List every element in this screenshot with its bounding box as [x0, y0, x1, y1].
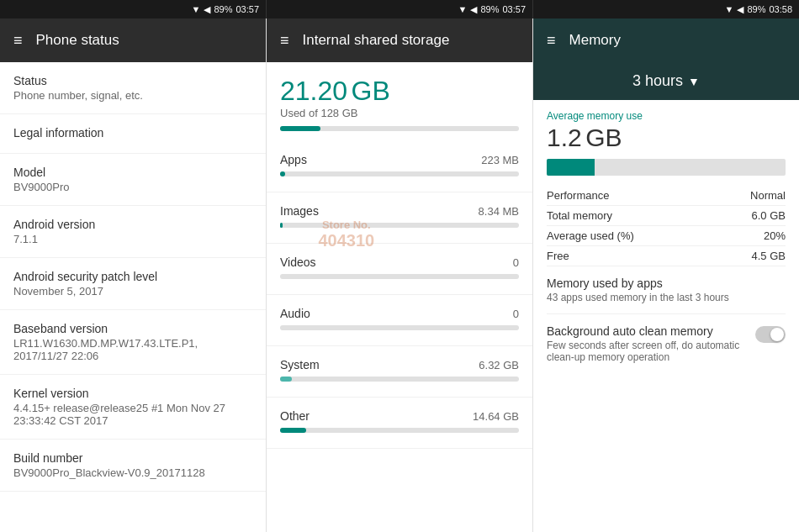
images-label: Images [280, 204, 319, 218]
stat-performance: Performance Normal [547, 186, 786, 206]
memory-time-selector[interactable]: 3 hours ▼ [533, 62, 799, 100]
storage-of-label: Used of 128 GB [280, 107, 519, 119]
avg-memory-unit: GB [585, 124, 622, 151]
storage-used-display: 21.20 GB [280, 76, 519, 107]
other-fill [280, 428, 306, 433]
status-item-model[interactable]: Model BV9000Pro [0, 154, 266, 206]
storage-used-unit: GB [352, 76, 390, 106]
storage-content[interactable]: 21.20 GB Used of 128 GB Apps 223 MB [267, 62, 532, 532]
status-bar: ▼ ◀ 89% 03:57 ▼ ◀ 89% 03:57 ▼ ◀ 89% 03:5… [0, 0, 799, 18]
apps-bar [280, 171, 519, 176]
status-bar-left: ▼ ◀ 89% 03:57 [0, 0, 267, 18]
avg-memory-label: Average memory use [547, 110, 786, 122]
other-label: Other [280, 409, 310, 423]
other-bar [280, 428, 519, 433]
memory-apps-subtitle: 43 apps used memory in the last 3 hours [547, 292, 786, 303]
battery-mid: 89% [480, 4, 499, 14]
storage-apps[interactable]: Apps 223 MB [267, 141, 532, 192]
memory-apps-section[interactable]: Memory used by apps 43 apps used memory … [547, 266, 786, 314]
memory-content[interactable]: Average memory use 1.2 GB Performance No… [533, 100, 799, 532]
stat-avg-used: Average used (%) 20% [547, 226, 786, 246]
apps-size: 223 MB [481, 154, 519, 166]
storage-other[interactable]: Other 14.64 GB [267, 398, 532, 449]
status-item-legal[interactable]: Legal information [0, 114, 266, 154]
storage-total-bar [280, 126, 519, 131]
hamburger-icon-left[interactable]: ≡ [13, 32, 23, 50]
status-item-build[interactable]: Build number BV9000Pro_Blackview-V0.9_20… [0, 440, 266, 492]
status-bar-middle: ▼ ◀ 89% 03:57 [267, 0, 533, 18]
memory-usage-fill [547, 159, 595, 176]
security-patch-label: Android security patch level [13, 270, 252, 283]
signal-icon: ◀ [204, 4, 210, 15]
wifi-icon-right: ▼ [725, 4, 734, 14]
storage-panel: ≡ Internal shared storage 21.20 GB Used … [267, 18, 533, 532]
phone-status-title: Phone status [36, 32, 119, 49]
wifi-icon: ▼ [192, 4, 201, 14]
battery-left: 89% [214, 4, 232, 14]
memory-header: ≡ Memory [533, 18, 799, 62]
storage-audio[interactable]: Audio 0 [267, 295, 532, 346]
storage-used-value: 21.20 [280, 76, 347, 106]
videos-size: 0 [513, 256, 519, 269]
build-value: BV9000Pro_Blackview-V0.9_20171128 [13, 466, 252, 479]
status-item-android-version[interactable]: Android version 7.1.1 [0, 206, 266, 258]
legal-label: Legal information [13, 126, 252, 140]
storage-total-fill [280, 126, 320, 131]
apps-label: Apps [280, 153, 307, 166]
performance-value: Normal [750, 189, 786, 202]
images-fill [280, 223, 283, 228]
time-selector-label: 3 hours [632, 72, 683, 90]
videos-label: Videos [280, 255, 316, 269]
hamburger-icon-right[interactable]: ≡ [547, 32, 556, 50]
storage-title: Internal shared storage [303, 32, 450, 49]
storage-system[interactable]: System 6.32 GB [267, 346, 532, 398]
total-memory-label: Total memory [547, 209, 612, 222]
avg-memory-display: 1.2 GB [547, 124, 786, 152]
status-item-security-patch[interactable]: Android security patch level November 5,… [0, 258, 266, 310]
videos-bar [280, 274, 519, 279]
storage-images[interactable]: Images 8.34 MB [267, 192, 532, 244]
model-label: Model [13, 166, 252, 179]
avg-memory-value: 1.2 [547, 124, 582, 151]
model-value: BV9000Pro [13, 181, 252, 193]
memory-title: Memory [569, 32, 621, 49]
images-bar [280, 223, 519, 228]
signal-icon-right: ◀ [737, 4, 743, 15]
storage-summary: 21.20 GB Used of 128 GB [267, 62, 532, 141]
free-label: Free [547, 250, 569, 262]
phone-status-content[interactable]: Status Phone number, signal, etc. Legal … [0, 62, 266, 532]
avg-used-label: Average used (%) [547, 229, 634, 242]
total-memory-value: 6.0 GB [752, 209, 786, 222]
kernel-value: 4.4.15+ release@release25 #1 Mon Nov 27 … [13, 402, 252, 427]
security-patch-value: November 5, 2017 [13, 285, 252, 298]
auto-clean-text: Background auto clean memory Few seconds… [547, 324, 755, 363]
memory-apps-title: Memory used by apps [547, 277, 786, 290]
audio-label: Audio [280, 307, 310, 320]
phone-status-header: ≡ Phone status [0, 18, 266, 62]
stat-free: Free 4.5 GB [547, 246, 786, 266]
status-item-kernel[interactable]: Kernel version 4.4.15+ release@release25… [0, 375, 266, 440]
kernel-label: Kernel version [13, 387, 252, 400]
system-size: 6.32 GB [479, 359, 519, 371]
memory-auto-clean-section[interactable]: Background auto clean memory Few seconds… [547, 314, 786, 373]
build-label: Build number [13, 451, 252, 465]
performance-label: Performance [547, 189, 609, 202]
memory-stats-section: Average memory use 1.2 GB Performance No… [533, 100, 799, 383]
auto-clean-subtitle: Few seconds after screen off, do automat… [547, 340, 745, 363]
dropdown-arrow-icon[interactable]: ▼ [688, 75, 700, 88]
images-size: 8.34 MB [479, 205, 519, 218]
auto-clean-title: Background auto clean memory [547, 324, 745, 338]
system-bar [280, 377, 519, 382]
auto-clean-toggle[interactable] [755, 326, 786, 343]
apps-fill [280, 171, 285, 176]
storage-videos[interactable]: Videos 0 [267, 244, 532, 295]
audio-size: 0 [513, 308, 519, 320]
avg-used-value: 20% [764, 229, 786, 242]
free-value: 4.5 GB [752, 250, 786, 262]
stat-total-memory: Total memory 6.0 GB [547, 206, 786, 226]
hamburger-icon-mid[interactable]: ≡ [280, 32, 289, 50]
status-value: Phone number, signal, etc. [13, 89, 252, 102]
status-item-baseband[interactable]: Baseband version LR11.W1630.MD.MP.W17.43… [0, 310, 266, 375]
status-item-status[interactable]: Status Phone number, signal, etc. [0, 62, 266, 114]
time-right: 03:58 [769, 4, 792, 14]
